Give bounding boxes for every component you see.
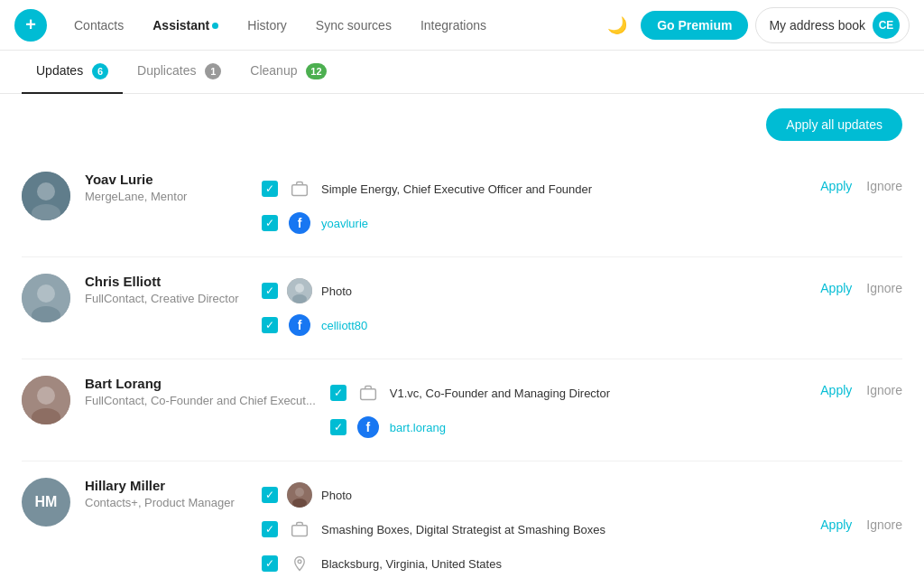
svg-point-6 [37,284,55,303]
nav-assistant[interactable]: Assistant [140,11,231,40]
ignore-button-hillary[interactable]: Ignore [866,517,902,532]
go-premium-button[interactable]: Go Premium [641,11,748,40]
nav-history[interactable]: History [235,11,300,40]
logo[interactable]: + [14,9,47,42]
contact-actions-hillary: Apply Ignore [820,478,902,532]
theme-toggle-button[interactable]: 🌙 [601,9,633,42]
apply-button-chris[interactable]: Apply [820,281,852,295]
tab-duplicates[interactable]: Duplicates 1 [123,51,236,94]
nav-links: Contacts Assistant History Sync sources … [61,11,499,40]
navbar: + Contacts Assistant History Sync source… [0,0,924,51]
tab-cleanup[interactable]: Cleanup 12 [236,51,340,94]
update-row: Blacksburg, Virginia, United States [262,546,806,578]
contact-card-yoav: Yoav Lurie MergeLane, Mentor Simple Ener… [22,155,902,257]
checkbox-hillary-1[interactable] [262,487,278,503]
briefcase-icon [356,380,381,406]
contact-card-hillary: HM Hillary Miller Contacts+, Product Man… [22,461,902,578]
contact-sub-chris: FullContact, Creative Director [85,292,247,305]
apply-all-updates-button[interactable]: Apply all updates [766,108,902,141]
update-row: V1.vc, Co-Founder and Managing Director [330,376,806,410]
update-text: Smashing Boxes, Digital Strategist at Sm… [321,523,605,536]
contact-name-bart: Bart Lorang [85,376,316,391]
contact-card-chris: Chris Elliott FullContact, Creative Dire… [22,257,902,359]
svg-rect-18 [292,526,308,536]
svg-point-12 [37,387,55,405]
svg-point-10 [292,294,307,303]
update-link[interactable]: bart.lorang [390,421,446,434]
apply-button-hillary[interactable]: Apply [820,517,852,532]
ignore-button-bart[interactable]: Ignore [866,383,902,397]
photo-icon [287,278,312,303]
apply-button-bart[interactable]: Apply [820,383,852,397]
update-text: Simple Energy, Chief Executive Officer a… [321,182,592,196]
address-book-selector[interactable]: My address book CE [755,7,910,43]
ignore-button-yoav[interactable]: Ignore [866,179,902,193]
svg-point-9 [295,284,304,293]
user-avatar: CE [873,12,900,39]
checkbox-chris-2[interactable] [262,317,278,333]
ignore-button-chris[interactable]: Ignore [866,281,902,295]
contact-card-bart: Bart Lorang FullContact, Co-Founder and … [22,359,902,461]
briefcase-icon [287,517,312,542]
pin-icon [287,551,312,576]
checkbox-yoav-1[interactable] [262,181,278,197]
svg-rect-14 [360,389,375,400]
contact-info-hillary: Hillary Miller Contacts+, Product Manage… [85,478,247,509]
contact-name-hillary: Hillary Miller [85,478,247,493]
contact-updates-chris: Photo f celliott80 [262,274,806,342]
update-row: f celliott80 [262,308,806,342]
nav-contacts[interactable]: Contacts [61,11,136,40]
svg-point-16 [295,488,304,497]
contact-updates-bart: V1.vc, Co-Founder and Managing Director … [330,376,806,444]
contact-name-yoav: Yoav Lurie [85,172,247,187]
update-text-photo: Photo [321,489,352,502]
facebook-icon: f [287,210,312,236]
svg-point-17 [292,499,307,508]
nav-integrations[interactable]: Integrations [408,11,499,40]
contact-updates-yoav: Simple Energy, Chief Executive Officer a… [262,172,806,240]
contact-name-chris: Chris Elliott [85,274,247,289]
apply-button-yoav[interactable]: Apply [820,179,852,193]
update-link[interactable]: celliott80 [321,319,367,332]
cleanup-badge: 12 [306,63,326,79]
update-row: f bart.lorang [330,410,806,444]
updates-badge: 6 [92,63,108,79]
avatar-hillary: HM [22,478,70,527]
update-text-location1: Blacksburg, Virginia, United States [321,557,502,571]
checkbox-yoav-2[interactable] [262,215,278,231]
tabs-bar: Updates 6 Duplicates 1 Cleanup 12 [0,51,924,94]
main-content: Apply all updates Yoav Lurie MergeLane, … [0,94,924,578]
checkbox-chris-1[interactable] [262,283,278,299]
update-text-photo: Photo [321,284,352,298]
contact-info-bart: Bart Lorang FullContact, Co-Founder and … [85,376,316,407]
update-row: Photo [262,274,806,308]
checkbox-bart-2[interactable] [330,419,346,435]
svg-rect-3 [292,185,308,196]
apply-all-row: Apply all updates [22,108,902,141]
avatar-chris [22,274,70,322]
briefcase-icon [287,176,312,201]
duplicates-badge: 1 [205,63,221,79]
tab-updates[interactable]: Updates 6 [22,51,123,94]
checkbox-bart-1[interactable] [330,385,346,401]
checkbox-hillary-3[interactable] [262,555,278,572]
update-row: Smashing Boxes, Digital Strategist at Sm… [262,512,806,546]
contact-sub-bart: FullContact, Co-Founder and Chief Execut… [85,394,316,407]
contact-updates-hillary: Photo Smashing Boxes, Digital Strategist… [262,478,806,578]
update-link[interactable]: yoavlurie [321,217,368,230]
update-row: f yoavlurie [262,206,806,240]
photo-icon [287,482,312,508]
address-book-label: My address book [769,18,865,33]
facebook-icon: f [287,312,312,338]
svg-point-1 [37,182,55,200]
update-row: Simple Energy, Chief Executive Officer a… [262,172,806,206]
contact-actions-chris: Apply Ignore [820,274,902,295]
contact-info-chris: Chris Elliott FullContact, Creative Dire… [85,274,247,305]
contact-sub-hillary: Contacts+, Product Manager [85,496,247,509]
update-row: Photo [262,478,806,512]
checkbox-hillary-2[interactable] [262,521,278,537]
contact-info-yoav: Yoav Lurie MergeLane, Mentor [85,172,247,203]
assistant-dot [212,23,218,29]
nav-sync-sources[interactable]: Sync sources [303,11,404,40]
contact-actions-yoav: Apply Ignore [820,172,902,193]
